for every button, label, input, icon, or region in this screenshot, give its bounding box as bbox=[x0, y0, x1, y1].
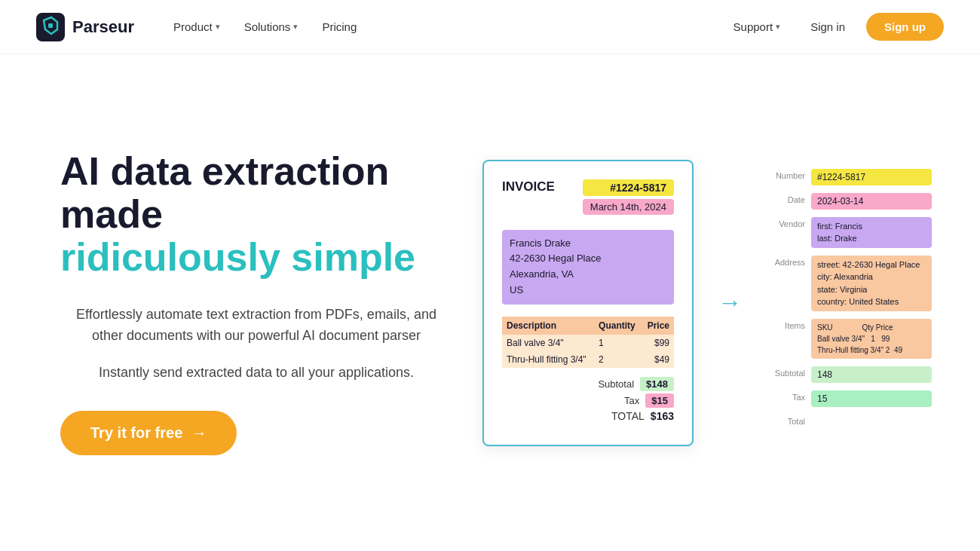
chevron-down-icon: ▾ bbox=[776, 22, 780, 32]
ext-label-tax: Tax bbox=[766, 390, 805, 402]
item-price-2: $49 bbox=[642, 351, 674, 368]
hero-desc1: Effortlessly automate text extraction fr… bbox=[60, 304, 452, 347]
ext-label-address: Address bbox=[766, 256, 805, 267]
invoice-header: INVOICE #1224-5817 March 14th, 2024 bbox=[502, 179, 674, 215]
ext-row-items: Items SKU Qty Price Ball valve 3/4" 1 99… bbox=[766, 319, 932, 359]
extracted-card: Number #1224-5817 Date 2024-03-14 Vendor… bbox=[766, 169, 932, 437]
total-label: TOTAL bbox=[611, 410, 645, 422]
ext-value-number: #1224-5817 bbox=[811, 169, 932, 185]
ext-row-vendor: Vendor first: Francis last: Drake bbox=[766, 217, 932, 248]
tax-label: Tax bbox=[624, 395, 639, 406]
invoice-date: March 14th, 2024 bbox=[583, 199, 674, 215]
nav-solutions[interactable]: Solutions ▾ bbox=[235, 14, 308, 39]
invoice-title: INVOICE bbox=[502, 179, 555, 194]
item-qty-2: 2 bbox=[594, 351, 642, 368]
item-desc-2: Thru-Hull fitting 3/4" bbox=[502, 351, 594, 368]
invoice-number: #1224-5817 bbox=[583, 179, 674, 196]
ext-value-items: SKU Qty Price Ball valve 3/4" 1 99 Thru-… bbox=[811, 319, 932, 359]
item-price-1: $99 bbox=[642, 335, 674, 351]
vendor-address2: Alexandria, VA bbox=[510, 267, 666, 283]
ext-row-number: Number #1224-5817 bbox=[766, 169, 932, 185]
ext-label-items: Items bbox=[766, 319, 805, 330]
col-quantity: Quantity bbox=[594, 317, 642, 335]
ext-value-address: street: 42-2630 Hegal Place city: Alexan… bbox=[811, 256, 932, 311]
item-desc-1: Ball valve 3/4" bbox=[502, 335, 594, 351]
extraction-arrow-icon: → bbox=[718, 289, 742, 317]
logo[interactable]: Parseur bbox=[36, 13, 134, 41]
col-description: Description bbox=[502, 317, 594, 335]
invoice-totals: Subtotal $148 Tax $15 TOTAL $163 bbox=[502, 377, 674, 422]
total-value: $163 bbox=[651, 410, 674, 422]
nav-left: Parseur Product ▾ Solutions ▾ Pricing bbox=[36, 13, 366, 41]
ext-row-tax: Tax 15 bbox=[766, 390, 932, 407]
ext-label-total: Total bbox=[766, 415, 805, 426]
hero-section: AI data extraction made ridiculously sim… bbox=[0, 54, 980, 551]
subtotal-label: Subtotal bbox=[598, 378, 634, 390]
signup-button[interactable]: Sign up bbox=[866, 13, 944, 41]
subtotal-row: Subtotal $148 bbox=[502, 377, 674, 391]
table-header-row: Description Quantity Price bbox=[502, 317, 674, 335]
table-row: Ball valve 3/4" 1 $99 bbox=[502, 335, 674, 351]
hero-left: AI data extraction made ridiculously sim… bbox=[60, 150, 452, 455]
nav-support[interactable]: Support ▾ bbox=[724, 14, 790, 39]
hero-title: AI data extraction made ridiculously sim… bbox=[60, 150, 452, 280]
invoice-vendor: Francis Drake 42-2630 Hegal Place Alexan… bbox=[502, 230, 674, 305]
ext-value-vendor: first: Francis last: Drake bbox=[811, 217, 932, 248]
item-qty-1: 1 bbox=[594, 335, 642, 351]
ext-row-subtotal: Subtotal 148 bbox=[766, 366, 932, 383]
total-row: TOTAL $163 bbox=[502, 410, 674, 422]
vendor-country: US bbox=[510, 283, 666, 298]
chevron-down-icon: ▾ bbox=[216, 22, 220, 32]
navbar: Parseur Product ▾ Solutions ▾ Pricing Su… bbox=[0, 0, 980, 54]
tax-row: Tax $15 bbox=[502, 393, 674, 408]
ext-value-tax: 15 bbox=[811, 390, 932, 407]
ext-row-address: Address street: 42-2630 Hegal Place city… bbox=[766, 256, 932, 311]
signin-button[interactable]: Sign in bbox=[801, 14, 854, 39]
logo-icon bbox=[36, 13, 65, 41]
vendor-address1: 42-2630 Hegal Place bbox=[510, 251, 666, 267]
subtotal-value: $148 bbox=[640, 377, 674, 391]
logo-text: Parseur bbox=[72, 17, 134, 37]
ext-value-subtotal: 148 bbox=[811, 366, 932, 383]
ext-row-total: Total bbox=[766, 415, 932, 430]
hero-right: INVOICE #1224-5817 March 14th, 2024 Fran… bbox=[482, 160, 932, 446]
col-price: Price bbox=[642, 317, 674, 335]
hero-title-teal: ridiculously simple bbox=[60, 235, 415, 279]
ext-value-total bbox=[811, 415, 932, 430]
invoice-number-block: #1224-5817 March 14th, 2024 bbox=[583, 179, 674, 215]
ext-value-date: 2024-03-14 bbox=[811, 193, 932, 210]
chevron-down-icon: ▾ bbox=[293, 22, 298, 32]
ext-row-date: Date 2024-03-14 bbox=[766, 193, 932, 210]
invoice-card: INVOICE #1224-5817 March 14th, 2024 Fran… bbox=[482, 160, 694, 446]
ext-label-vendor: Vendor bbox=[766, 217, 805, 228]
ext-label-date: Date bbox=[766, 193, 805, 204]
nav-right: Support ▾ Sign in Sign up bbox=[724, 13, 944, 41]
ext-label-number: Number bbox=[766, 169, 805, 180]
vendor-name: Francis Drake bbox=[510, 236, 666, 252]
table-row: Thru-Hull fitting 3/4" 2 $49 bbox=[502, 351, 674, 368]
hero-desc2: Instantly send extracted data to all you… bbox=[60, 362, 452, 384]
invoice-table: Description Quantity Price Ball valve 3/… bbox=[502, 317, 674, 368]
arrow-icon: → bbox=[191, 424, 207, 442]
nav-product[interactable]: Product ▾ bbox=[164, 14, 229, 39]
tax-value: $15 bbox=[645, 393, 674, 408]
svg-point-1 bbox=[48, 23, 53, 28]
try-free-button[interactable]: Try it for free → bbox=[60, 411, 237, 455]
nav-links: Product ▾ Solutions ▾ Pricing bbox=[164, 14, 366, 39]
ext-label-subtotal: Subtotal bbox=[766, 366, 805, 378]
nav-pricing[interactable]: Pricing bbox=[313, 14, 366, 39]
